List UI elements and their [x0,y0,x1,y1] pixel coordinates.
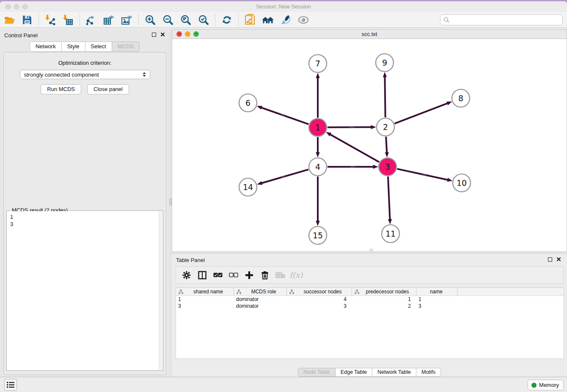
search-input[interactable] [450,16,562,24]
table-cell[interactable]: 4 [287,296,352,303]
column-header-successor-nodes[interactable]: successor nodes [287,288,352,295]
table-cell[interactable]: 1 [176,296,234,303]
edge-2-9[interactable] [385,77,385,117]
tab-node-table[interactable]: Node Table [298,368,336,377]
edge-3-11[interactable] [388,177,390,219]
table-cell[interactable]: 2 [352,303,416,309]
table-toolbar: f(x) [176,266,564,284]
graph-node-7[interactable]: 7 [309,55,327,72]
network-canvas[interactable]: 7968124314101511 [172,39,567,251]
zoom-in-icon [145,14,156,25]
table-cell[interactable]: dominator [234,303,287,309]
result-scrollbar[interactable] [159,211,162,370]
tab-style[interactable]: Style [62,41,85,52]
float-panel-icon[interactable] [152,33,156,37]
graph-node-2[interactable]: 2 [377,118,394,136]
mcds-result-group: MCDS result (2 nodes) 13 [6,210,163,371]
edge-3-1[interactable] [330,135,379,162]
close-panel-icon[interactable] [160,32,165,37]
style-button[interactable] [278,14,293,26]
table-cell[interactable]: 1 [352,296,416,303]
network-window-titlebar[interactable]: × − + scc.txt [172,30,567,39]
task-history-button[interactable] [4,379,17,391]
column-type-icon [237,290,241,294]
export-table-icon [103,14,115,25]
edge-label-mark [281,176,286,177]
table-row[interactable]: 1dominator411 [176,296,564,303]
select-all-columns-button[interactable] [212,270,223,281]
float-table-panel-icon[interactable] [548,257,552,262]
home-button[interactable] [261,14,275,26]
graph-node-11[interactable]: 11 [382,225,399,243]
duplicate-network-icon [245,14,256,26]
edge-label-mark [281,114,286,116]
table-cell[interactable]: 3 [176,303,234,309]
import-table-icon [63,14,74,25]
zoom-fit-button[interactable] [179,14,193,26]
duplicate-network-button[interactable] [243,14,257,26]
table-cell[interactable]: 3 [416,303,457,309]
graph-node-15[interactable]: 15 [309,226,327,244]
refresh-layout-button[interactable] [220,14,234,26]
table-row[interactable]: 3dominator323 [176,303,564,309]
node-label: 10 [457,178,467,188]
export-image-button[interactable] [120,14,134,26]
graph-node-3[interactable]: 3 [379,158,396,176]
hide-button[interactable] [296,14,311,26]
graph-node-10[interactable]: 10 [453,174,471,192]
tab-motifs[interactable]: Motifs [416,368,441,377]
criterion-dropdown[interactable]: strongly connected component [20,70,150,79]
open-session-button[interactable] [2,14,17,26]
zoom-out-button[interactable] [161,14,175,26]
graph-node-6[interactable]: 6 [239,94,257,112]
zoom-selected-button[interactable] [196,14,211,26]
list-icon [7,381,14,388]
import-network-button[interactable] [43,14,58,26]
close-panel-button[interactable]: Close panel [87,84,129,94]
table-cell[interactable]: 3 [287,303,352,309]
delete-table-button [275,270,286,281]
graph-node-8[interactable]: 8 [452,89,470,107]
show-column-panel-button[interactable] [197,270,208,281]
graph-node-1[interactable]: 1 [309,119,327,136]
column-header-predecessor-nodes[interactable]: predecessor nodes [352,288,416,295]
mcds-result-list[interactable]: 13 [7,211,162,370]
save-session-button[interactable] [20,14,34,26]
memory-button[interactable]: Memory [528,380,564,390]
table-cell[interactable]: dominator [234,296,287,303]
run-mcds-button[interactable]: Run MCDS [41,84,81,94]
tab-select[interactable]: Select [85,41,112,52]
export-network-button[interactable] [84,14,99,26]
edge-2-8[interactable] [394,103,447,124]
create-column-button[interactable] [244,270,255,281]
unselect-all-columns-button[interactable] [228,270,239,281]
network-resize-grip[interactable] [369,249,373,251]
tab-edge-table[interactable]: Edge Table [336,368,372,377]
column-header-name[interactable]: name [416,288,457,295]
graph-node-4[interactable]: 4 [309,158,327,176]
edge-2-3[interactable] [386,137,387,152]
edge-1-6[interactable] [261,108,308,124]
export-table-button[interactable] [102,14,116,26]
apply-function-button: f(x) [291,270,302,281]
tab-network-table[interactable]: Network Table [372,368,416,377]
delete-column-button[interactable] [259,270,270,281]
graph-node-14[interactable]: 14 [239,178,257,196]
checked-boxes-icon [213,273,223,278]
gear-icon [182,271,191,279]
column-header-MCDS-role[interactable]: MCDS role [234,288,287,295]
import-table-button[interactable] [61,14,75,26]
node-table: shared nameMCDS rolesuccessor nodesprede… [176,287,564,359]
column-header-shared-name[interactable]: shared name [176,288,234,295]
table-settings-button[interactable] [181,270,192,281]
graph-node-9[interactable]: 9 [376,54,394,72]
function-icon: f(x) [290,271,303,279]
export-image-icon [121,14,133,25]
unchecked-boxes-icon [229,273,238,278]
table-tabs: Node TableEdge TableNetwork TableMotifs [172,368,567,377]
zoom-in-button[interactable] [143,14,157,26]
table-cell[interactable]: 1 [416,296,457,303]
tab-network[interactable]: Network [30,41,62,52]
tab-mcds[interactable]: MCDS [112,41,140,52]
close-table-panel-icon[interactable] [556,257,561,262]
